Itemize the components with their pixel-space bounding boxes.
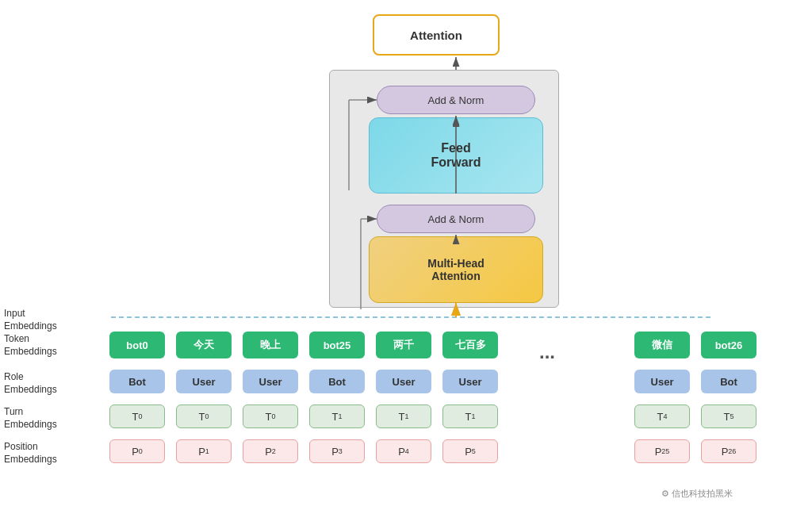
add-norm-top-label: Add & Norm bbox=[428, 94, 485, 106]
multi-head-label: Multi-HeadAttention bbox=[427, 257, 485, 282]
pos-p25: P25 bbox=[634, 439, 690, 463]
role-user-4: User bbox=[376, 370, 431, 393]
pos-p2: P2 bbox=[243, 439, 298, 463]
role-bot-7: Bot bbox=[701, 370, 756, 393]
feed-forward-label: FeedForward bbox=[431, 141, 481, 170]
watermark: ⚙ 信也科技拍黑米 bbox=[661, 488, 733, 500]
token-embeddings-label: TokenEmbeddings bbox=[4, 333, 57, 358]
turn-t0-2: T0 bbox=[243, 404, 298, 428]
pos-p1: P1 bbox=[176, 439, 232, 463]
turn-t0-0: T0 bbox=[109, 404, 165, 428]
token-bot26: bot26 bbox=[701, 332, 756, 358]
role-user-1: User bbox=[176, 370, 232, 393]
role-embeddings-label: RoleEmbeddings bbox=[4, 371, 57, 396]
token-bot25: bot25 bbox=[309, 332, 365, 358]
ellipsis: ... bbox=[539, 341, 555, 363]
pos-p3: P3 bbox=[309, 439, 365, 463]
diagram: Attention Add & Norm FeedForward Add & N… bbox=[0, 0, 812, 506]
role-user-5: User bbox=[442, 370, 498, 393]
turn-t5-7: T5 bbox=[701, 404, 756, 428]
input-embeddings-label: InputEmbeddings bbox=[4, 308, 57, 332]
role-bot-3: Bot bbox=[309, 370, 365, 393]
turn-t0-1: T0 bbox=[176, 404, 232, 428]
add-norm-bottom-box: Add & Norm bbox=[377, 205, 535, 233]
attention-label: Attention bbox=[410, 29, 462, 42]
turn-t4-6: T4 bbox=[634, 404, 690, 428]
add-norm-top-box: Add & Norm bbox=[377, 86, 535, 114]
turn-t1-4: T1 bbox=[376, 404, 431, 428]
token-qibaoduo: 七百多 bbox=[442, 332, 498, 358]
multi-head-attention-box: Multi-HeadAttention bbox=[369, 236, 543, 303]
pos-p4: P4 bbox=[376, 439, 431, 463]
attention-box: Attention bbox=[373, 14, 500, 56]
turn-t1-5: T1 bbox=[442, 404, 498, 428]
pos-p0: P0 bbox=[109, 439, 165, 463]
token-wanshang: 晚上 bbox=[243, 332, 298, 358]
feed-forward-box: FeedForward bbox=[369, 117, 543, 194]
pos-p26: P26 bbox=[701, 439, 756, 463]
turn-embeddings-label: TurnEmbeddings bbox=[4, 406, 57, 431]
token-weixin: 微信 bbox=[634, 332, 690, 358]
position-embeddings-label: PositionEmbeddings bbox=[4, 441, 57, 466]
pos-p5: P5 bbox=[442, 439, 498, 463]
add-norm-bottom-label: Add & Norm bbox=[428, 213, 485, 225]
role-user-6: User bbox=[634, 370, 690, 393]
role-bot-0: Bot bbox=[109, 370, 165, 393]
token-jintian: 今天 bbox=[176, 332, 232, 358]
role-user-2: User bbox=[243, 370, 298, 393]
token-bot0: bot0 bbox=[109, 332, 165, 358]
turn-t1-3: T1 bbox=[309, 404, 365, 428]
token-liangqian: 两千 bbox=[376, 332, 431, 358]
